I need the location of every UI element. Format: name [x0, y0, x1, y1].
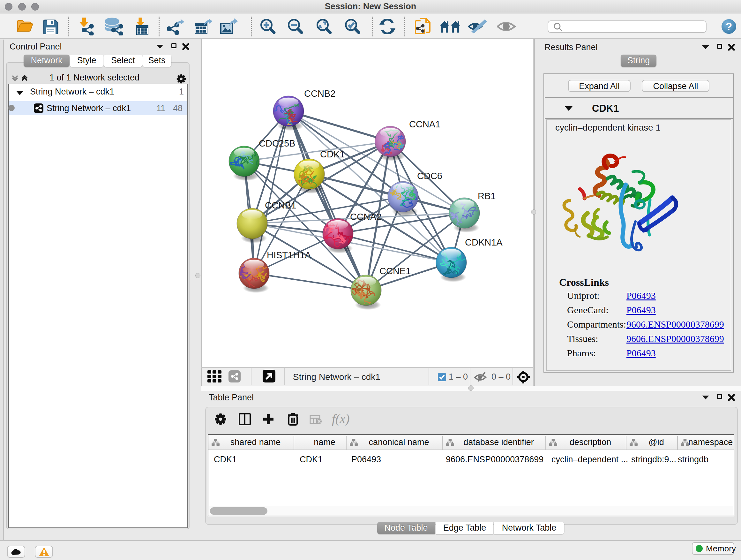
svg-text:CCNA1: CCNA1	[409, 119, 441, 129]
svg-text:CCNE1: CCNE1	[380, 266, 411, 276]
svg-text:RB1: RB1	[478, 191, 495, 201]
svg-text:HIST1H1A: HIST1H1A	[267, 250, 311, 260]
svg-text:CDKN1A: CDKN1A	[465, 237, 502, 247]
svg-text:CDK1: CDK1	[320, 149, 345, 159]
svg-text:CCNB1: CCNB1	[265, 200, 296, 210]
svg-text:CCNB2: CCNB2	[304, 88, 335, 99]
svg-text:CDC6: CDC6	[417, 171, 442, 181]
svg-text:CCNA2: CCNA2	[350, 212, 381, 222]
svg-text:CDC25B: CDC25B	[259, 138, 295, 148]
